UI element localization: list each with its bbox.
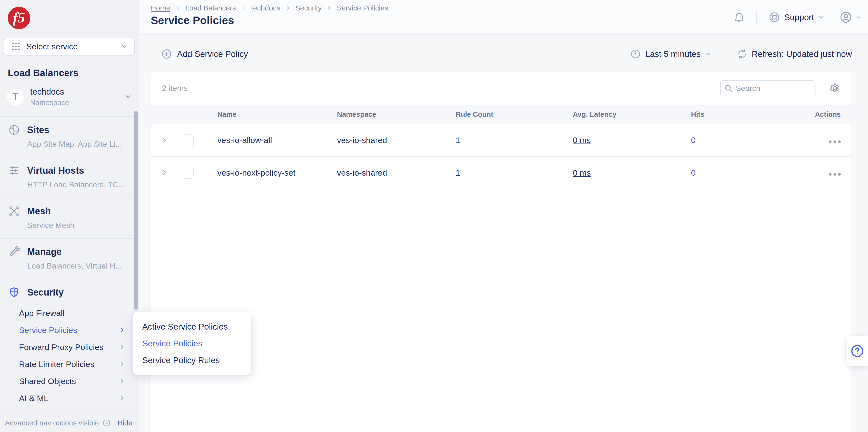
sidebar-item-rate-limiter-policies[interactable]: Rate Limiter Policies [8, 356, 138, 373]
items-count: 2 items [162, 84, 188, 93]
sidebar-item-service-policies[interactable]: Service Policies [8, 321, 138, 339]
chevron-down-icon [818, 14, 825, 21]
svg-text:f5: f5 [13, 9, 25, 26]
sidebar-item-shared-objects[interactable]: Shared Objects [8, 373, 138, 390]
user-avatar-icon [839, 11, 852, 24]
support-menu[interactable]: Support [769, 11, 825, 23]
chevron-right-icon [119, 344, 125, 350]
chevron-down-icon [705, 51, 711, 57]
row-checkbox[interactable] [183, 134, 194, 146]
chevron-down-icon [855, 14, 862, 21]
gear-icon[interactable] [829, 83, 841, 94]
refresh-icon [737, 49, 747, 59]
search-input[interactable] [720, 80, 815, 96]
sliders-icon [8, 165, 20, 176]
ellipsis-icon[interactable] [829, 141, 841, 143]
row-actions-menu[interactable] [788, 168, 851, 178]
grid-icon [11, 41, 21, 52]
ellipsis-icon[interactable] [829, 173, 841, 176]
column-header-namespace[interactable]: Namespace [337, 111, 456, 119]
f5-logo[interactable]: f5 [7, 6, 31, 30]
sidebar: f5 Select service Load Balancers T techd… [0, 0, 139, 432]
namespace-avatar: T [7, 88, 24, 105]
sidebar-item-virtual-hosts[interactable]: Virtual Hosts HTTP Load Balancers, TC... [0, 157, 138, 197]
row-actions-menu[interactable] [788, 135, 851, 145]
chevron-right-icon [119, 395, 125, 401]
breadcrumb-home[interactable]: Home [151, 4, 170, 12]
breadcrumb-load-balancers[interactable]: Load Balancers [185, 4, 236, 12]
chevron-down-icon [124, 93, 132, 101]
sidebar-item-manage[interactable]: Manage Load Balancers, Virtual H... [0, 238, 138, 279]
help-circle-icon: ? [102, 419, 111, 427]
chevron-right-icon [327, 5, 332, 11]
topbar-divider [756, 10, 757, 24]
sidebar-item-security[interactable]: Security App Firewall Service Policies F… [0, 279, 138, 415]
namespace-selector[interactable]: T techdocs Namespace [4, 85, 135, 109]
column-header-avg-latency[interactable]: Avg. Latency [573, 111, 691, 119]
sidebar-nav: Sites App Site Map, App Site Li... Virtu… [0, 116, 138, 415]
column-header-name[interactable]: Name [217, 111, 337, 119]
time-range-dropdown[interactable]: Last 5 minutes [630, 49, 711, 59]
table-header-bar: 2 items [151, 72, 851, 104]
breadcrumb-security[interactable]: Security [296, 4, 322, 12]
service-policies-flyout: Active Service Policies Service Policies… [133, 312, 251, 375]
cell-hits[interactable]: 0 [691, 168, 788, 178]
top-header: Home Load Balancers techdocs Security Se… [140, 0, 868, 35]
flyout-item-service-policies[interactable]: Service Policies [133, 335, 251, 352]
chevron-down-icon [121, 43, 128, 50]
chevron-right-icon [119, 361, 125, 367]
help-button[interactable] [847, 336, 868, 366]
cell-name[interactable]: ves-io-next-policy-set [217, 168, 337, 178]
cell-rule-count: 1 [456, 135, 573, 145]
notifications-bell-icon[interactable] [733, 11, 745, 23]
row-expand-chevron-icon[interactable] [151, 136, 177, 144]
column-header-rule-count[interactable]: Rule Count [456, 111, 573, 119]
cell-rule-count: 1 [456, 168, 573, 178]
sidebar-item-forward-proxy-policies[interactable]: Forward Proxy Policies [8, 339, 138, 356]
column-header-hits[interactable]: Hits [691, 111, 788, 119]
plus-circle-icon [161, 49, 172, 60]
sidebar-scrollbar[interactable] [134, 111, 137, 310]
chevron-right-icon [285, 5, 290, 11]
page-title: Service Policies [151, 14, 234, 27]
wrench-icon [8, 246, 20, 257]
breadcrumb-techdocs[interactable]: techdocs [251, 4, 280, 12]
cell-name[interactable]: ves-io-allow-all [217, 135, 337, 145]
service-policies-table-card: 2 items Name Namespace Rule Count Avg. L… [151, 72, 851, 432]
column-header-actions: Actions [788, 111, 851, 119]
row-expand-chevron-icon[interactable] [151, 169, 177, 177]
mesh-icon [8, 205, 20, 217]
chevron-right-icon [175, 5, 180, 11]
advanced-nav-label: Advanced nav options visible [5, 419, 99, 427]
sidebar-footer: Advanced nav options visible ? Hide [0, 413, 138, 432]
select-service-dropdown[interactable]: Select service [4, 37, 135, 56]
security-submenu: App Firewall Service Policies Forward Pr… [8, 305, 138, 407]
flyout-item-active-service-policies[interactable]: Active Service Policies [133, 318, 251, 335]
table-row: ves-io-allow-all ves-io-shared 1 0 ms 0 [151, 124, 851, 157]
sidebar-item-mesh[interactable]: Mesh Service Mesh [0, 197, 138, 238]
sidebar-item-ai-ml[interactable]: AI & ML [8, 390, 138, 407]
support-label: Support [784, 12, 814, 22]
account-menu[interactable] [839, 11, 862, 24]
page-toolbar: Add Service Policy Last 5 minutes Refres… [140, 42, 868, 66]
refresh-button[interactable]: Refresh: Updated just now [737, 49, 852, 59]
chevron-right-icon [241, 5, 246, 11]
chevron-right-icon [119, 378, 125, 384]
cell-namespace: ves-io-shared [337, 168, 456, 178]
cell-avg-latency[interactable]: 0 ms [573, 168, 691, 178]
flyout-item-service-policy-rules[interactable]: Service Policy Rules [133, 352, 251, 369]
table-column-headers: Name Namespace Rule Count Avg. Latency H… [151, 104, 851, 124]
cell-avg-latency[interactable]: 0 ms [573, 135, 691, 145]
namespace-sublabel: Namespace [30, 98, 124, 107]
hide-nav-link[interactable]: Hide [118, 419, 132, 427]
select-service-label: Select service [26, 42, 121, 51]
cell-hits[interactable]: 0 [691, 135, 788, 145]
sidebar-heading: Load Balancers [8, 68, 78, 78]
cell-namespace: ves-io-shared [337, 135, 456, 145]
row-checkbox[interactable] [183, 166, 194, 179]
sidebar-item-app-firewall[interactable]: App Firewall [8, 305, 138, 321]
globe-icon [8, 124, 20, 136]
table-search [720, 80, 815, 96]
sidebar-item-sites[interactable]: Sites App Site Map, App Site Li... [0, 116, 138, 157]
add-service-policy-button[interactable]: Add Service Policy [161, 42, 248, 66]
